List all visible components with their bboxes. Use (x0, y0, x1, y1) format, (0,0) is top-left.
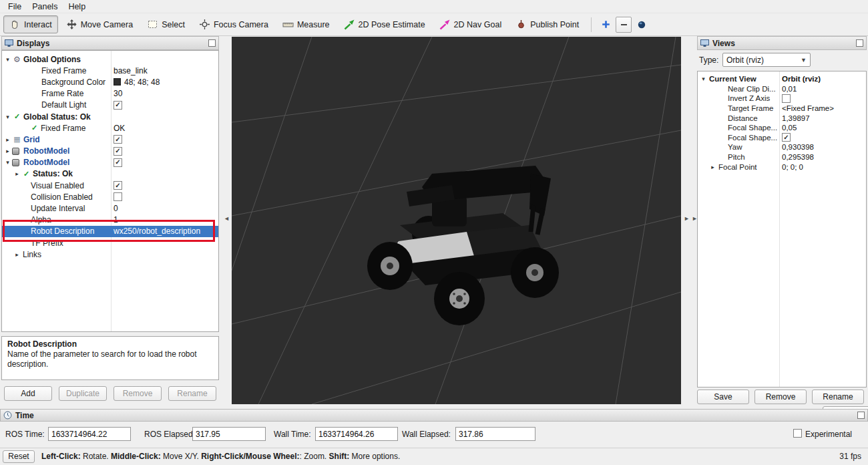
tree-row-fixed-frame[interactable]: ✓Fixed FrameOK (2, 122, 218, 134)
property-value[interactable]: ✓ (111, 157, 218, 168)
tree-row-update-interval[interactable]: Update Interval0 (2, 202, 218, 214)
tree-row-global-options[interactable]: ▾⚙Global Options (2, 53, 218, 65)
time-panel-header[interactable]: Time (0, 409, 868, 422)
checkbox-checked[interactable]: ✓ (114, 147, 122, 156)
tree-row-near-clip-di-[interactable]: Near Clip Di...0,01 (698, 84, 866, 94)
tree-row-target-frame[interactable]: Target Frame<Fixed Frame> (698, 104, 866, 114)
menu-file[interactable]: File (3, 1, 27, 13)
property-value[interactable]: ✓ (111, 134, 218, 145)
expand-arrow-icon[interactable]: ▸ (3, 148, 12, 154)
view-type-dropdown[interactable]: Orbit (rviz) ▼ (722, 53, 811, 67)
checkbox-unchecked[interactable] (114, 192, 122, 201)
tree-row-tf-prefix[interactable]: TF Prefix (2, 237, 218, 249)
views-detach-button[interactable] (856, 39, 863, 47)
tree-row-background-color[interactable]: Background Color48; 48; 48 (2, 76, 218, 88)
tool-focus-camera[interactable]: Focus Camera (193, 15, 274, 33)
checkbox-unchecked[interactable] (782, 94, 791, 103)
property-value[interactable] (779, 94, 866, 104)
tree-row-focal-shape-[interactable]: Focal Shape...✓ (698, 133, 866, 143)
displays-panel-header[interactable]: Displays (1, 36, 219, 50)
experimental-checkbox[interactable] (793, 429, 802, 438)
property-value[interactable]: ✓ (111, 100, 218, 111)
wall-time-field[interactable] (315, 427, 398, 441)
property-value[interactable]: 0 (111, 202, 218, 214)
tool-publish-point[interactable]: Publish Point (509, 15, 585, 33)
property-value[interactable]: 1 (111, 214, 218, 226)
tree-row-robot-description[interactable]: Robot Descriptionwx250/robot_description (2, 226, 218, 237)
tree-row-status-ok[interactable]: ▸✓Status: Ok (2, 168, 218, 180)
checkbox-checked[interactable]: ✓ (114, 135, 122, 144)
property-value[interactable]: 0,930398 (779, 142, 866, 152)
remove-display-button[interactable]: Remove (114, 386, 162, 401)
tree-row-focal-point[interactable]: ▸Focal Point0; 0; 0 (698, 162, 866, 172)
tree-row-links[interactable]: ▸Links (2, 249, 218, 260)
splitter-handle-right[interactable]: ► (684, 215, 690, 222)
property-value[interactable]: 30 (111, 88, 218, 100)
expand-arrow-icon[interactable]: ▸ (3, 136, 12, 143)
expand-arrow-icon[interactable]: ▸ (708, 164, 717, 170)
checkbox-checked[interactable]: ✓ (114, 181, 122, 190)
tree-row-visual-enabled[interactable]: Visual Enabled✓ (2, 180, 218, 191)
tree-row-distance[interactable]: Distance1,39897 (698, 113, 866, 123)
tree-row-default-light[interactable]: Default Light✓ (2, 100, 218, 111)
property-value[interactable]: base_link (111, 65, 218, 76)
menu-help[interactable]: Help (63, 1, 91, 13)
tool-2d-nav-goal[interactable]: 2D Nav Goal (433, 15, 508, 33)
collapse-arrow-icon[interactable]: ▾ (3, 114, 12, 120)
property-value[interactable]: 48; 48; 48 (111, 76, 218, 88)
reset-button[interactable]: Reset (3, 450, 35, 463)
property-value[interactable]: Orbit (rviz) (779, 74, 866, 84)
ros-time-field[interactable] (48, 427, 131, 441)
property-value[interactable]: 0; 0; 0 (779, 162, 866, 172)
checkbox-checked[interactable]: ✓ (782, 133, 791, 142)
property-value[interactable]: 0,05 (779, 123, 866, 133)
property-value[interactable]: 1,39897 (779, 113, 866, 123)
property-value[interactable]: ✓ (111, 180, 218, 191)
tree-row-pitch[interactable]: Pitch0,295398 (698, 152, 866, 162)
tree-row-alpha[interactable]: Alpha1 (2, 214, 218, 226)
remove-tool-button[interactable] (616, 17, 632, 33)
3d-viewport[interactable] (232, 37, 681, 404)
property-value[interactable] (111, 191, 218, 202)
tree-row-fixed-frame[interactable]: Fixed Framebase_link (2, 65, 218, 76)
tree-row-focal-shape-[interactable]: Focal Shape...0,05 (698, 123, 866, 133)
tree-row-invert-z-axis[interactable]: Invert Z Axis (698, 94, 866, 104)
collapse-arrow-icon[interactable]: ▾ (3, 56, 12, 63)
ros-elapsed-field[interactable] (192, 427, 266, 441)
property-value[interactable]: ✓ (111, 146, 218, 157)
rename-display-button[interactable]: Rename (168, 386, 216, 401)
rename-view-button[interactable]: Rename (812, 390, 864, 404)
property-value[interactable]: <Fixed Frame> (779, 104, 866, 114)
property-value[interactable] (111, 237, 218, 249)
menu-panels[interactable]: Panels (27, 1, 63, 13)
property-value[interactable]: wx250/robot_description (111, 226, 218, 237)
property-value[interactable]: 0,295398 (779, 152, 866, 162)
toolbar-sphere-button[interactable] (634, 17, 650, 33)
property-value[interactable]: OK (111, 122, 218, 134)
tree-row-current-view[interactable]: ▾Current ViewOrbit (rviz) (698, 74, 866, 84)
tree-row-grid[interactable]: ▸▦Grid✓ (2, 134, 218, 145)
checkbox-checked[interactable]: ✓ (114, 158, 122, 167)
collapse-arrow-icon[interactable]: ▾ (3, 159, 12, 166)
wall-elapsed-field[interactable] (455, 427, 535, 441)
views-panel-header[interactable]: Views (697, 36, 867, 50)
expand-arrow-icon[interactable]: ▸ (13, 170, 21, 177)
tree-row-collision-enabled[interactable]: Collision Enabled (2, 191, 218, 202)
tool-select[interactable]: Select (141, 15, 191, 33)
expand-arrow-icon[interactable]: ▸ (13, 251, 21, 258)
time-detach-button[interactable] (857, 412, 865, 419)
property-value[interactable]: ✓ (779, 133, 866, 143)
tree-row-robotmodel[interactable]: ▾RobotModel✓ (2, 157, 218, 168)
duplicate-display-button[interactable]: Duplicate (59, 386, 107, 401)
collapse-arrow-icon[interactable]: ▾ (699, 75, 708, 82)
checkbox-checked[interactable]: ✓ (114, 101, 122, 110)
splitter-handle-views[interactable]: ► (692, 215, 698, 222)
property-value[interactable]: 0,01 (779, 84, 866, 94)
tree-row-robotmodel[interactable]: ▸RobotModel✓ (2, 146, 218, 157)
remove-view-button[interactable]: Remove (754, 390, 807, 404)
tool-measure[interactable]: Measure (276, 15, 336, 33)
tree-row-yaw[interactable]: Yaw0,930398 (698, 142, 866, 152)
splitter-handle-left[interactable]: ◄ (224, 215, 230, 222)
tree-row-frame-rate[interactable]: Frame Rate30 (2, 88, 218, 100)
tool-move-camera[interactable]: Move Camera (60, 15, 140, 33)
